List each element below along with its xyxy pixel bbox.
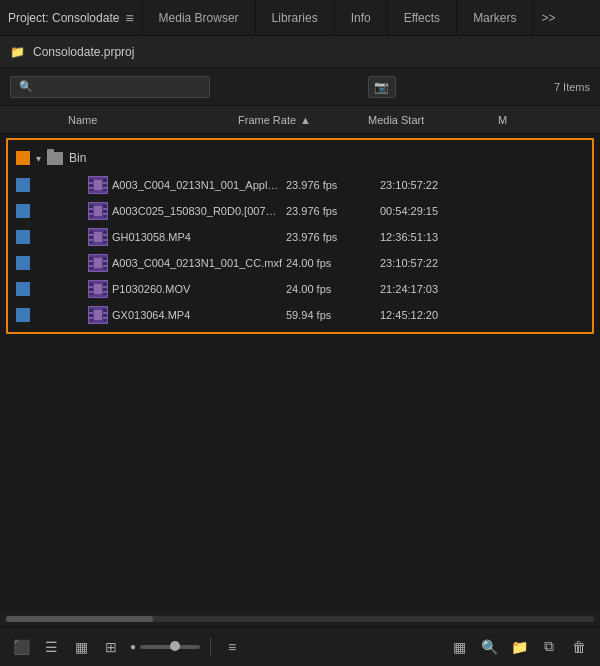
file-rows-container: A003_C004_0213N1_001_Apple ProRes 42 23.… (8, 172, 592, 328)
file-checkbox[interactable] (16, 308, 30, 322)
media-start: 12:45:12:20 (380, 309, 480, 321)
zoom-min-icon: ● (130, 641, 136, 652)
tab-more[interactable]: >> (533, 0, 563, 35)
search-input[interactable] (38, 80, 198, 94)
bin-checkbox[interactable] (16, 151, 30, 165)
table-row[interactable]: A003_C004_0213N1_001_Apple ProRes 42 23.… (8, 172, 592, 198)
sort-icon: ≡ (228, 639, 236, 655)
paste-icon: ⧉ (544, 638, 554, 655)
project-tab[interactable]: Project: Consolodate ≡ (0, 0, 143, 35)
trash-icon: 🗑 (572, 639, 586, 655)
camera-icon: 📷 (374, 80, 389, 94)
freeform-view-button[interactable]: ⊞ (100, 636, 122, 658)
clip-inner (94, 258, 102, 268)
slider-thumb[interactable] (170, 641, 180, 651)
icon-view-icon: ▦ (453, 639, 466, 655)
tab-markers[interactable]: Markers (457, 0, 533, 35)
clip-icon (88, 202, 108, 220)
icon-view-button[interactable]: ▦ (448, 636, 470, 658)
bottom-toolbar: ⬛ ☰ ▦ ⊞ ● ≡ ▦ 🔍 📁 ⧉ 🗑 (0, 626, 600, 666)
col-header-m: M (498, 114, 592, 126)
table-row[interactable]: GH013058.MP4 23.976 fps 12:36:51:13 (8, 224, 592, 250)
toolbar-right: ▦ 🔍 📁 ⧉ 🗑 (448, 636, 590, 658)
clip-inner (94, 232, 102, 242)
file-name: GX013064.MP4 (112, 309, 282, 321)
search-bottom-icon: 🔍 (481, 639, 498, 655)
file-name: A003_C004_0213N1_001_Apple ProRes 42 (112, 179, 282, 191)
clip-inner (94, 180, 102, 190)
new-item-button[interactable]: ⬛ (10, 636, 32, 658)
folder-new-icon: 📁 (511, 639, 528, 655)
clip-inner (94, 284, 102, 294)
project-tab-label: Project: Consolodate (8, 11, 119, 25)
slider-track[interactable] (140, 645, 200, 649)
col-header-framerate[interactable]: Frame Rate ▲ (238, 114, 368, 126)
frame-rate: 59.94 fps (286, 309, 376, 321)
file-checkbox[interactable] (16, 178, 30, 192)
file-name: A003C025_150830_R0D0.[0078471-007895 (112, 205, 282, 217)
grid-view-button[interactable]: ▦ (70, 636, 92, 658)
col-header-mediastart[interactable]: Media Start (368, 114, 498, 126)
items-count: 7 Items (554, 81, 590, 93)
media-start: 23:10:57:22 (380, 257, 480, 269)
paste-button[interactable]: ⧉ (538, 636, 560, 658)
bin-row[interactable]: ▾ Bin (8, 144, 592, 172)
file-checkbox[interactable] (16, 204, 30, 218)
sort-button[interactable]: ≡ (221, 636, 243, 658)
file-name: P1030260.MOV (112, 283, 282, 295)
table-row[interactable]: GX013064.MP4 59.94 fps 12:45:12:20 (8, 302, 592, 328)
table-row[interactable]: A003C025_150830_R0D0.[0078471-007895 23.… (8, 198, 592, 224)
tab-bar: Project: Consolodate ≡ Media Browser Lib… (0, 0, 600, 36)
project-folder-icon: 📁 (10, 45, 25, 59)
file-checkbox[interactable] (16, 282, 30, 296)
table-row[interactable]: P1030260.MOV 24.00 fps 21:24:17:03 (8, 276, 592, 302)
table-row[interactable]: A003_C004_0213N1_001_CC.mxf 24.00 fps 23… (8, 250, 592, 276)
collapse-arrow-icon[interactable]: ▾ (36, 153, 41, 164)
scrollbar-thumb[interactable] (6, 616, 153, 622)
clip-inner (94, 206, 102, 216)
list-icon: ☰ (45, 639, 58, 655)
camera-icon-button[interactable]: 📷 (368, 76, 396, 98)
col-header-name[interactable]: Name (8, 114, 238, 126)
folder-new-button[interactable]: 📁 (508, 636, 530, 658)
clip-icon (88, 306, 108, 324)
list-view-button[interactable]: ☰ (40, 636, 62, 658)
file-name: GH013058.MP4 (112, 231, 282, 243)
clip-icon (88, 254, 108, 272)
clip-icon (88, 228, 108, 246)
bin-label: Bin (69, 151, 86, 165)
scrollbar-area (0, 612, 600, 626)
file-name: A003_C004_0213N1_001_CC.mxf (112, 257, 282, 269)
menu-icon[interactable]: ≡ (125, 10, 133, 26)
file-checkbox[interactable] (16, 256, 30, 270)
bin-folder-icon (47, 152, 63, 165)
search-button[interactable]: 🔍 (478, 636, 500, 658)
search-bar: 🔍 📷 7 Items (0, 68, 600, 106)
tab-info[interactable]: Info (335, 0, 388, 35)
tab-libraries[interactable]: Libraries (256, 0, 335, 35)
frame-rate: 23.976 fps (286, 231, 376, 243)
zoom-slider[interactable]: ● (130, 641, 200, 652)
clip-inner (94, 310, 102, 320)
scrollbar-track[interactable] (6, 616, 594, 622)
project-file-name: Consolodate.prproj (33, 45, 134, 59)
search-input-wrap[interactable]: 🔍 (10, 76, 210, 98)
freeform-icon: ⊞ (105, 639, 117, 655)
frame-rate: 24.00 fps (286, 257, 376, 269)
frame-rate: 23.976 fps (286, 205, 376, 217)
column-headers: Name Frame Rate ▲ Media Start M (0, 106, 600, 134)
tab-effects[interactable]: Effects (388, 0, 457, 35)
grid-icon: ▦ (75, 639, 88, 655)
file-checkbox[interactable] (16, 230, 30, 244)
tab-media-browser[interactable]: Media Browser (143, 0, 256, 35)
file-list-container: ▾ Bin A003_C004_0213N1_001_Apple ProRes … (0, 134, 600, 612)
media-start: 00:54:29:15 (380, 205, 480, 217)
media-start: 23:10:57:22 (380, 179, 480, 191)
clip-icon (88, 280, 108, 298)
media-start: 21:24:17:03 (380, 283, 480, 295)
clip-icon (88, 176, 108, 194)
sort-arrow-icon: ▲ (300, 114, 311, 126)
file-list: ▾ Bin A003_C004_0213N1_001_Apple ProRes … (6, 138, 594, 334)
toolbar-separator-1 (210, 638, 211, 656)
delete-button[interactable]: 🗑 (568, 636, 590, 658)
